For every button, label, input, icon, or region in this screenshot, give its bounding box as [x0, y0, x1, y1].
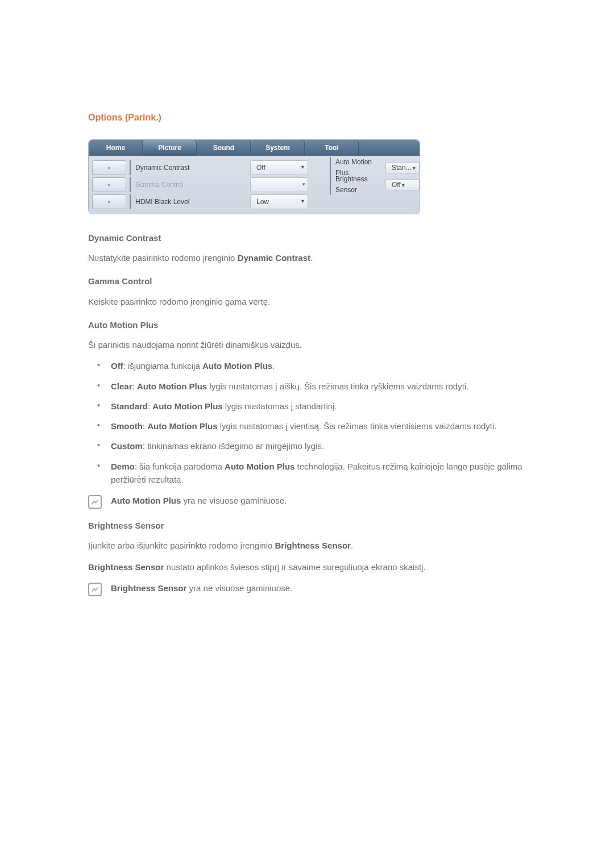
label-hdmi-black-level: HDMI Black Level — [130, 194, 249, 209]
spacer — [309, 160, 330, 175]
note-text: Auto Motion Plus yra ne visuose gaminiuo… — [111, 494, 287, 507]
term: Auto Motion Plus — [111, 496, 181, 505]
paragraph: Keiskite pasirinkto rodomo įrenginio gam… — [88, 295, 526, 308]
term: Clear — [111, 381, 132, 391]
paragraph: Įjunkite arba išjunkite pasirinkto rodom… — [88, 539, 526, 552]
heading-auto-motion-plus: Auto Motion Plus — [88, 318, 526, 331]
text: : šia funkcija parodoma — [135, 462, 225, 471]
text: Įjunkite arba išjunkite pasirinkto rodom… — [88, 541, 275, 550]
list-item: Custom: tinkinamas ekrano išdegimo ar mi… — [92, 439, 526, 452]
select-auto-motion-plus[interactable]: Stan...▼ — [385, 162, 420, 174]
tab-sound[interactable]: Sound — [197, 140, 251, 156]
term: Custom — [111, 441, 143, 451]
text: . — [351, 541, 353, 550]
text: : išjungiama funkcija — [123, 361, 202, 371]
list-item: Smooth: Auto Motion Plus lygis nustatoma… — [92, 420, 526, 433]
label-dynamic-contrast: Dynamic Contrast — [130, 160, 249, 175]
text: lygis nustatomas į standartinį. — [223, 401, 337, 411]
spacer — [330, 194, 420, 209]
paragraph: Brightness Sensor nustato aplinkos švies… — [88, 560, 526, 574]
row-expand-button[interactable]: ▸ — [92, 194, 126, 209]
list-item: Demo: šia funkcija parodoma Auto Motion … — [92, 460, 526, 487]
term: Brightness Sensor — [111, 583, 186, 593]
chevron-down-icon: ▼ — [300, 198, 305, 206]
note-icon — [88, 583, 102, 596]
select-dynamic-contrast[interactable]: Off▼ — [250, 160, 308, 175]
chevron-down-icon: ▼ — [300, 164, 305, 172]
heading-dynamic-contrast: Dynamic Contrast — [88, 231, 526, 244]
text: : tinkinamas ekrano išdegimo ar mirgėjim… — [143, 441, 324, 451]
list-item: Standard: Auto Motion Plus lygis nustato… — [92, 400, 526, 413]
term: Brightness Sensor — [88, 562, 164, 572]
list-item: Off: išjungiama funkcija Auto Motion Plu… — [92, 359, 526, 372]
chevron-down-icon: ▼ — [412, 165, 417, 171]
row-expand-button[interactable]: ▸ — [92, 160, 126, 175]
term: Brightness Sensor — [275, 541, 351, 550]
text: lygis nustatomas į aiškų. Šis režimas ti… — [207, 381, 468, 391]
select-value: Low — [256, 197, 269, 207]
term: Auto Motion Plus — [152, 401, 222, 411]
chevron-down-icon: ▼ — [401, 182, 406, 188]
note: Auto Motion Plus yra ne visuose gaminiuo… — [88, 494, 526, 509]
settings-panel: Home Picture Sound System Tool ▸ Dynamic… — [88, 139, 420, 214]
paragraph: Nustatykite pasirinkto rodomo įrenginio … — [88, 251, 526, 264]
select-brightness-sensor[interactable]: Off▼ — [385, 179, 420, 191]
term: Auto Motion Plus — [137, 381, 207, 391]
term: Smooth — [111, 421, 143, 431]
list-item: Clear: Auto Motion Plus lygis nustatomas… — [92, 380, 526, 393]
note-icon — [88, 495, 102, 509]
text: . — [272, 361, 275, 371]
select-gamma-control: ▾ — [250, 177, 308, 192]
select-value: Stan... — [392, 164, 412, 172]
text: : — [132, 381, 137, 391]
text: nustato aplinkos šviesos stiprį ir savai… — [164, 562, 425, 572]
note: Brightness Sensor yra ne visuose gaminiu… — [88, 582, 526, 596]
heading-brightness-sensor: Brightness Sensor — [88, 519, 526, 532]
tab-picture[interactable]: Picture — [143, 140, 197, 156]
term: Auto Motion Plus — [202, 361, 272, 371]
text: yra ne visuose gaminiuose. — [186, 583, 292, 593]
chevron-right-icon: ▸ — [108, 197, 111, 206]
label-brightness-sensor: Brightness Sensor — [330, 174, 382, 195]
term: Standard — [111, 401, 148, 411]
note-text: Brightness Sensor yra ne visuose gaminiu… — [111, 582, 292, 595]
tab-bar: Home Picture Sound System Tool — [89, 140, 420, 156]
text: : — [143, 421, 147, 431]
row-expand-button[interactable]: ▸ — [92, 177, 126, 192]
tab-system[interactable]: System — [251, 140, 305, 156]
text: Nustatykite pasirinkto rodomo įrenginio — [88, 253, 238, 263]
select-value: Off — [256, 163, 265, 173]
term: Demo — [111, 462, 135, 471]
spacer — [309, 194, 330, 209]
heading-gamma-control: Gamma Control — [88, 275, 526, 288]
section-title: Options (Parink.) — [88, 111, 526, 125]
spacer — [309, 177, 330, 192]
tab-home[interactable]: Home — [89, 140, 143, 156]
term: Auto Motion Plus — [147, 421, 217, 431]
paragraph: Ši parinktis naudojama norint žiūrėti di… — [88, 338, 526, 351]
chevron-right-icon: ▸ — [108, 180, 111, 189]
chevron-right-icon: ▸ — [108, 163, 111, 172]
text: yra ne visuose gaminiuose. — [181, 496, 287, 505]
select-hdmi-black-level[interactable]: Low▼ — [250, 194, 308, 209]
list-auto-motion-plus: Off: išjungiama funkcija Auto Motion Plu… — [88, 359, 526, 486]
select-value: Off — [392, 181, 401, 189]
tab-tool[interactable]: Tool — [305, 140, 359, 156]
term: Auto Motion Plus — [225, 462, 294, 471]
text: lygis nustatomas į vientisą. Šis režimas… — [217, 421, 496, 431]
text: . — [310, 253, 313, 263]
term: Dynamic Contrast — [238, 253, 310, 263]
label-gamma-control: Gamma Control — [130, 177, 249, 192]
chevron-down-icon: ▾ — [302, 181, 305, 189]
term: Off — [111, 361, 123, 371]
